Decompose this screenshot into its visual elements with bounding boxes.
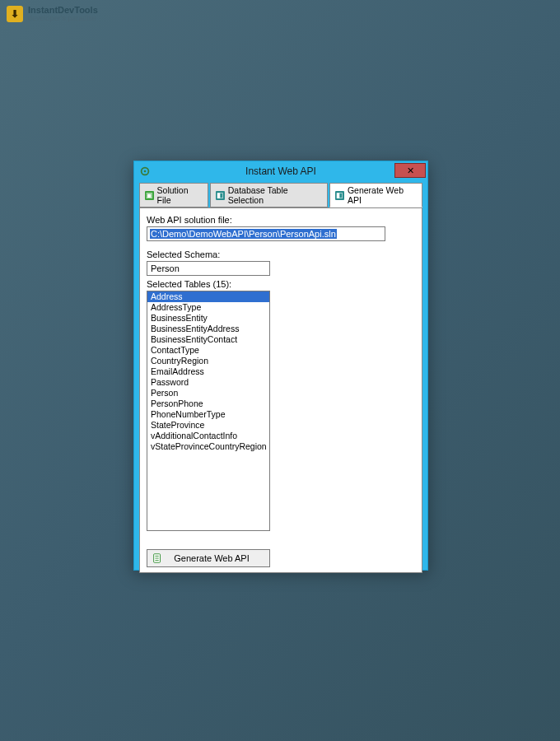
tab-label: Database Table Selection bbox=[228, 185, 323, 205]
tab-solution-file[interactable]: ▣ Solution File bbox=[139, 183, 208, 207]
generate-icon bbox=[151, 552, 164, 565]
table-row[interactable]: PersonPhone bbox=[147, 398, 269, 409]
tables-listbox[interactable]: AddressAddressTypeBusinessEntityBusiness… bbox=[147, 291, 270, 531]
schema-value: Person bbox=[151, 263, 180, 273]
table-row[interactable]: BusinessEntity bbox=[147, 313, 269, 324]
titlebar[interactable]: Instant Web API ✕ bbox=[134, 161, 427, 181]
generate-button-label: Generate Web API bbox=[167, 553, 269, 563]
table-row[interactable]: AddressType bbox=[147, 302, 269, 313]
table-row[interactable]: Person bbox=[147, 388, 269, 398]
solution-file-value: C:\Demo\DemoWebAPI\Person\PersonApi.sln bbox=[150, 229, 337, 239]
tab-generate-web-api[interactable]: ◧ Generate Web API bbox=[329, 183, 422, 207]
tables-label: Selected Tables (15): bbox=[147, 279, 415, 289]
table-row[interactable]: BusinessEntityContact bbox=[147, 334, 269, 345]
table-row[interactable]: StateProvince bbox=[147, 420, 269, 431]
table-row[interactable]: EmailAddress bbox=[147, 366, 269, 377]
table-row[interactable]: PhoneNumberType bbox=[147, 409, 269, 420]
desktop-shortcut-subtitle: developer's paradise bbox=[28, 15, 98, 23]
tab-label: Generate Web API bbox=[348, 185, 417, 205]
generate-web-api-button[interactable]: Generate Web API bbox=[147, 549, 270, 567]
tab-strip: ▣ Solution File ◧ Database Table Selecti… bbox=[134, 181, 427, 207]
tab-label: Solution File bbox=[157, 185, 203, 205]
generate-icon: ◧ bbox=[335, 191, 344, 200]
tab-database-table-selection[interactable]: ◧ Database Table Selection bbox=[210, 183, 328, 207]
instant-web-api-dialog: Instant Web API ✕ ▣ Solution File ◧ Data… bbox=[133, 161, 428, 571]
tab-panel-generate: Web API solution file: C:\Demo\DemoWebAP… bbox=[139, 207, 422, 573]
svg-point-1 bbox=[144, 170, 147, 173]
schema-label: Selected Schema: bbox=[147, 249, 415, 259]
table-row[interactable]: BusinessEntityAddress bbox=[147, 324, 269, 334]
table-row[interactable]: Address bbox=[147, 291, 269, 302]
table-row[interactable]: Password bbox=[147, 377, 269, 388]
gear-icon bbox=[139, 165, 151, 177]
file-icon: ▣ bbox=[145, 191, 154, 200]
table-row[interactable]: CountryRegion bbox=[147, 356, 269, 366]
close-icon: ✕ bbox=[407, 165, 414, 176]
schema-field[interactable]: Person bbox=[147, 261, 270, 276]
solution-file-field[interactable]: C:\Demo\DemoWebAPI\Person\PersonApi.sln bbox=[147, 226, 385, 241]
database-icon: ◧ bbox=[216, 191, 225, 200]
dialog-title: Instant Web API bbox=[134, 165, 427, 177]
table-row[interactable]: vStateProvinceCountryRegion bbox=[147, 441, 269, 452]
solution-file-label: Web API solution file: bbox=[147, 215, 415, 225]
app-logo-icon: ⬇ bbox=[7, 6, 23, 22]
close-button[interactable]: ✕ bbox=[394, 163, 426, 178]
table-row[interactable]: ContactType bbox=[147, 345, 269, 356]
desktop-shortcut[interactable]: ⬇ InstantDevTools developer's paradise bbox=[7, 5, 98, 23]
table-row[interactable]: vAdditionalContactInfo bbox=[147, 431, 269, 441]
